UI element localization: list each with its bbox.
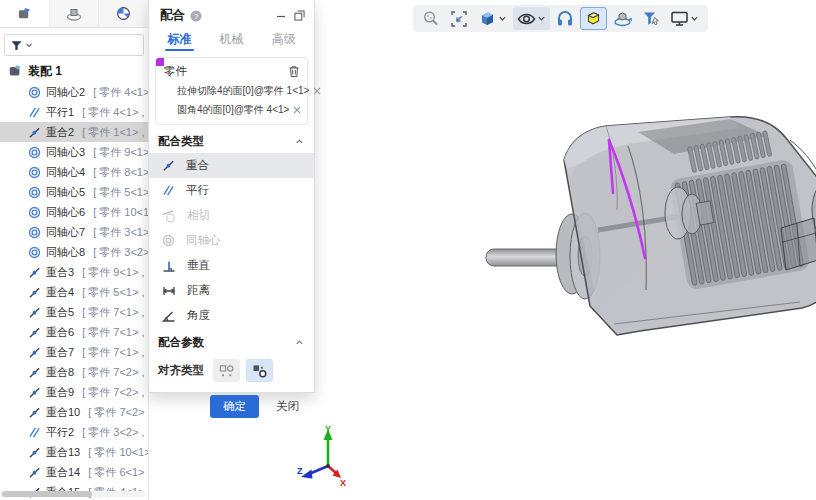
tree-item-name: 重合13 — [46, 445, 80, 460]
selected-face-entry-1[interactable]: 拉伸切除4的面[0]@零件 1<1> — [164, 79, 300, 98]
sidebar-tab-1[interactable] — [0, 0, 49, 27]
tree-item-ref: [ 零件 10<1>... — [93, 205, 148, 220]
selection-filter-button[interactable] — [638, 7, 664, 30]
mate-option-label: 平行 — [186, 183, 209, 198]
align-option-1[interactable] — [213, 359, 240, 382]
selected-face-entry-2[interactable]: 圆角4的面[0]@零件 4<1> — [164, 98, 300, 117]
tree-item-平行2[interactable]: 平行2[ 零件 3<2> , ... — [0, 422, 148, 442]
tree-item-ref: [ 零件 9<1> ,... — [93, 145, 148, 160]
concentric-icon — [162, 234, 175, 247]
concentric-icon — [28, 146, 41, 159]
parts-selection-box[interactable]: 零件 拉伸切除4的面[0]@零件 1<1>圆角4的面[0]@零件 4<1> — [155, 57, 308, 125]
tree-item-重合10[interactable]: 重合10[ 零件 7<2> , ... — [0, 402, 148, 422]
concentric-icon — [28, 246, 41, 259]
align-opposite-icon — [252, 364, 268, 378]
concentric-icon — [28, 226, 41, 239]
mate-tab-高级[interactable]: 高级 — [258, 28, 310, 51]
tree-item-重合9[interactable]: 重合9[ 零件 7<2> , ... — [0, 382, 148, 402]
selection-color-swatch — [156, 58, 164, 66]
tree-item-ref: [ 零件 6<1> , ... — [88, 465, 148, 480]
coincident-icon — [28, 286, 41, 299]
tree-filter-input[interactable] — [4, 34, 144, 56]
minimize-icon[interactable] — [276, 11, 286, 21]
mate-option-相切: 相切 — [149, 203, 314, 228]
tree-item-同轴心5[interactable]: 同轴心5[ 零件 5<1> ,... — [0, 182, 148, 202]
tree-root-assembly[interactable]: 装配 1 — [0, 60, 148, 82]
trash-icon[interactable] — [288, 65, 300, 78]
tree-item-name: 平行2 — [46, 425, 74, 440]
mate-type-list: 重合平行相切同轴心垂直距离角度 — [149, 153, 314, 328]
tree-item-ref: [ 零件 3<2> , ... — [82, 425, 148, 440]
coincident-icon — [28, 386, 41, 399]
sidebar-tab-3[interactable] — [98, 0, 148, 27]
mate-tab-机械[interactable]: 机械 — [205, 28, 257, 51]
tree-item-重合3[interactable]: 重合3[ 零件 9<1> , ... — [0, 262, 148, 282]
tree-item-重合6[interactable]: 重合6[ 零件 7<1> , ... — [0, 322, 148, 342]
concentric-icon — [28, 206, 41, 219]
zoom-fit-button[interactable] — [446, 7, 472, 30]
tree-item-重合2[interactable]: 重合2[ 零件 1<1> , ... — [0, 122, 148, 142]
triad-y-label: Y — [325, 424, 331, 434]
assembly-tree-tab-icon — [17, 6, 32, 21]
mate-option-label: 同轴心 — [186, 233, 221, 248]
view-orientation-cube-button[interactable] — [474, 7, 511, 30]
mate-panel-footer: 确定 关闭 — [149, 384, 314, 418]
mate-tab-标准[interactable]: 标准 — [153, 28, 205, 51]
tree-item-重合13[interactable]: 重合13[ 零件 10<1> ... — [0, 442, 148, 462]
zoom-area-button[interactable] — [418, 7, 444, 30]
float-window-icon[interactable] — [294, 10, 305, 21]
distance-icon — [162, 284, 176, 298]
perpendicular-icon — [162, 259, 176, 273]
help-icon[interactable]: ? — [190, 10, 202, 22]
tree-item-重合5[interactable]: 重合5[ 零件 7<1> , ... — [0, 302, 148, 322]
tree-item-重合4[interactable]: 重合4[ 零件 5<1> , ... — [0, 282, 148, 302]
tree-item-平行1[interactable]: 平行1[ 零件 4<1> , ... — [0, 102, 148, 122]
ok-button[interactable]: 确定 — [210, 395, 259, 418]
funnel-icon — [10, 39, 23, 52]
close-x-icon[interactable] — [309, 87, 321, 95]
close-x-icon[interactable] — [289, 106, 301, 114]
tree-item-同轴心6[interactable]: 同轴心6[ 零件 10<1>... — [0, 202, 148, 222]
mate-option-label: 相切 — [187, 208, 210, 223]
mate-params-section-header[interactable]: 配合参数 — [149, 328, 314, 354]
tree-item-重合8[interactable]: 重合8[ 零件 7<2> , ... — [0, 362, 148, 382]
mate-option-距离[interactable]: 距离 — [149, 278, 314, 303]
tree-item-同轴心2[interactable]: 同轴心2[ 零件 4<1> ,... — [0, 82, 148, 102]
tree-item-同轴心8[interactable]: 同轴心8[ 零件 3<2> ,... — [0, 242, 148, 262]
tree-horizontal-scrollbar[interactable] — [0, 491, 145, 497]
angle-icon — [162, 309, 176, 323]
mate-option-角度[interactable]: 角度 — [149, 303, 314, 328]
tree-item-同轴心3[interactable]: 同轴心3[ 零件 9<1> ,... — [0, 142, 148, 162]
tree-item-同轴心7[interactable]: 同轴心7[ 零件 3<1> ,... — [0, 222, 148, 242]
rotate-view-button[interactable] — [609, 7, 636, 30]
display-settings-button[interactable] — [666, 7, 703, 30]
tree-item-重合7[interactable]: 重合7[ 零件 7<1> , ... — [0, 342, 148, 362]
align-type-label: 对齐类型 — [158, 363, 204, 378]
chevron-up-icon[interactable] — [295, 338, 304, 347]
sidebar-tab-2[interactable] — [49, 0, 99, 27]
tree-item-ref: [ 零件 5<1> ,... — [93, 185, 148, 200]
tree-item-ref: [ 零件 7<2> , ... — [82, 385, 148, 400]
turntable-tab-icon — [66, 6, 82, 22]
section-view-button[interactable] — [552, 7, 578, 30]
tree-item-ref: [ 零件 4<1> , ... — [82, 105, 148, 120]
parallel-icon — [28, 426, 41, 439]
scrollbar-thumb[interactable] — [2, 491, 92, 497]
tree-item-重合14[interactable]: 重合14[ 零件 6<1> , ... — [0, 462, 148, 482]
coincident-icon — [28, 126, 41, 139]
orientation-triad[interactable]: Y Z X — [296, 424, 371, 494]
mate-option-垂直[interactable]: 垂直 — [149, 253, 314, 278]
coincident-icon — [28, 466, 41, 479]
tree-item-name: 重合14 — [46, 465, 80, 480]
model-motor-assembly[interactable] — [478, 110, 816, 345]
mate-option-重合[interactable]: 重合 — [149, 153, 314, 178]
tree-item-同轴心4[interactable]: 同轴心4[ 零件 8<1> ,... — [0, 162, 148, 182]
visibility-eye-button[interactable] — [513, 7, 550, 30]
mate-type-section-header[interactable]: 配合类型 — [149, 127, 314, 153]
chevron-up-icon[interactable] — [295, 137, 304, 146]
mate-option-平行[interactable]: 平行 — [149, 178, 314, 203]
shaded-display-button[interactable] — [580, 7, 607, 30]
tree-item-name: 同轴心2 — [46, 85, 85, 100]
align-option-2[interactable] — [246, 359, 273, 382]
close-button[interactable]: 关闭 — [274, 395, 301, 418]
